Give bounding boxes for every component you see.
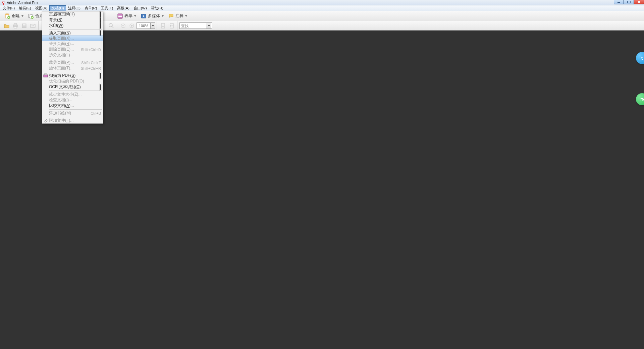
maximize-button[interactable] (624, 0, 634, 4)
create-label: 创建 (12, 13, 20, 19)
menu-item-17: 减少文件大小(Z)... (42, 92, 103, 97)
menu-item-label: 替换页面(R)... (49, 41, 101, 47)
comment-button[interactable]: 注释 (166, 12, 189, 20)
svg-rect-29 (44, 74, 47, 75)
menu-2[interactable]: 视图(V) (33, 5, 50, 11)
menu-item-label: 扫描为 PDF(S) (49, 73, 101, 78)
zoom-in-button[interactable] (128, 22, 136, 30)
menu-item-label: 附加文件(F)... (49, 118, 101, 123)
fit-page-icon (160, 23, 166, 29)
menu-item-13[interactable]: 扫描为 PDF(S) (42, 73, 103, 78)
menu-7[interactable]: 高级(A) (115, 5, 131, 11)
chevron-right-icon (100, 85, 101, 90)
fit-width-button[interactable] (168, 22, 176, 30)
menu-item-14: 优化扫描的 PDF(O) (42, 78, 103, 84)
multimedia-icon (141, 13, 147, 19)
forms-icon (117, 13, 123, 19)
window-buttons (614, 0, 644, 4)
svg-rect-1 (628, 1, 630, 3)
chevron-down-icon (134, 15, 137, 17)
scanner-icon (43, 73, 48, 78)
chevron-down-icon (161, 15, 164, 17)
svg-rect-9 (118, 15, 122, 15)
menu-5[interactable]: 表单(R) (83, 5, 99, 11)
menu-0[interactable]: 文件(F) (1, 5, 17, 11)
find-input[interactable] (180, 24, 206, 28)
create-button[interactable]: 创建 (3, 12, 25, 20)
chevron-right-icon (100, 73, 101, 78)
menu-item-label: 背景(B) (49, 17, 101, 23)
comment-label: 注释 (175, 13, 183, 19)
menu-item-label: 页眉和页脚(H) (49, 11, 101, 17)
find-box[interactable] (179, 22, 212, 29)
menu-separator (49, 109, 102, 110)
plus-circle-icon (129, 23, 135, 29)
chevron-down-icon[interactable] (206, 23, 211, 28)
combine-icon (28, 13, 34, 19)
zoom-out-button[interactable] (119, 22, 127, 30)
svg-line-20 (112, 26, 113, 28)
menu-item-label: 删除页面(E)... (49, 47, 78, 52)
menu-item-6: 替换页面(R)... (42, 41, 103, 47)
open-button[interactable] (3, 22, 11, 30)
chevron-down-icon (21, 15, 24, 17)
menu-9[interactable]: 帮助(H) (149, 5, 165, 11)
menu-item-4[interactable]: 插入页面(N) (42, 30, 103, 36)
multimedia-label: 多媒体 (148, 13, 160, 19)
app-title: Adobe Acrobat Pro (7, 1, 38, 5)
menu-item-15[interactable]: OCR 文本识别(C) (42, 84, 103, 90)
close-button[interactable] (634, 0, 644, 4)
menu-8[interactable]: 窗口(W) (131, 5, 149, 11)
menu-3[interactable]: 文档(D) (49, 5, 66, 11)
titlebar: Adobe Acrobat Pro (0, 0, 644, 5)
menu-item-label: 添加书签(M) (49, 110, 88, 116)
print-button[interactable] (11, 22, 19, 30)
save-button[interactable] (20, 22, 28, 30)
minimize-button[interactable] (614, 0, 624, 4)
menu-1[interactable]: 编辑(E) (17, 5, 33, 11)
menu-item-label: 水印(W) (49, 23, 101, 28)
menu-item-label: 减少文件大小(Z)... (49, 92, 101, 97)
zoom-marquee-button[interactable] (107, 22, 115, 30)
svg-rect-14 (14, 23, 17, 25)
menu-item-label: 优化扫描的 PDF(O) (49, 78, 101, 84)
svg-point-19 (109, 23, 112, 27)
menu-6[interactable]: 工具(T) (99, 5, 115, 11)
fit-width-icon (169, 23, 175, 29)
forms-label: 表单 (124, 13, 132, 19)
menu-separator (49, 91, 102, 91)
menu-item-shortcut: Ctrl+B (91, 111, 101, 115)
chevron-right-icon (100, 18, 101, 22)
menu-item-shortcut: Shift+Ctrl+T (81, 61, 101, 65)
menu-item-1[interactable]: 背景(B) (42, 17, 103, 23)
svg-rect-17 (23, 24, 25, 25)
menu-item-8: 拆分文档(L)... (42, 52, 103, 58)
menu-item-11: 旋转页面(T)...Shift+Ctrl+R (42, 65, 103, 71)
menu-item-2[interactable]: 水印(W) (42, 23, 103, 28)
envelope-icon (30, 23, 36, 29)
create-icon (4, 13, 10, 19)
email-button[interactable] (29, 22, 37, 30)
menu-item-label: 插入页面(N) (49, 30, 101, 36)
chevron-right-icon (100, 23, 101, 28)
badge-green-text: 75 (640, 98, 644, 101)
menu-item-label: 比较文档(A)... (49, 103, 101, 109)
chevron-down-icon[interactable] (150, 23, 155, 28)
zoom-combo[interactable]: 100% (137, 22, 155, 29)
menu-item-23: 附加文件(F)... (42, 118, 103, 123)
menu-4[interactable]: 注释(C) (66, 5, 83, 11)
menu-item-0[interactable]: 页眉和页脚(H) (42, 11, 103, 17)
menu-separator (49, 72, 102, 72)
menu-item-19[interactable]: 比较文档(A)... (42, 103, 103, 109)
menu-item-10: 裁剪页面(P)...Shift+Ctrl+T (42, 60, 103, 65)
folder-open-icon (4, 23, 10, 29)
menu-item-shortcut: Shift+Ctrl+R (81, 66, 101, 70)
chevron-right-icon (100, 31, 101, 36)
forms-button[interactable]: 表单 (115, 12, 138, 20)
multimedia-button[interactable]: 多媒体 (139, 12, 166, 20)
document-menu-dropdown: 页眉和页脚(H)背景(B)水印(W)插入页面(N)提取页面(X)...替换页面(… (42, 11, 103, 124)
svg-rect-0 (618, 2, 620, 3)
menu-item-label: 旋转页面(T)... (49, 65, 78, 71)
attach-icon (43, 118, 48, 123)
fit-page-button[interactable] (159, 22, 167, 30)
